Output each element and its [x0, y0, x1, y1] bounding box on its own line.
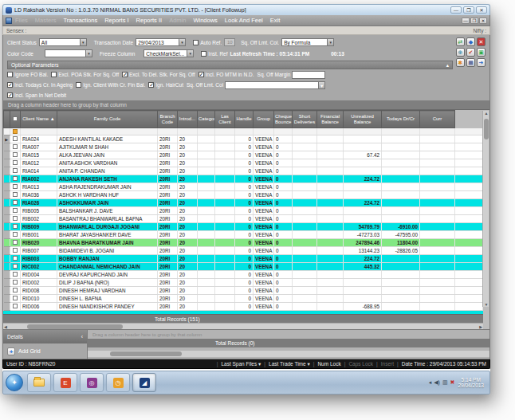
vertical-scrollbar[interactable]: ▲▼ — [482, 111, 489, 307]
table-row[interactable]: RIA026ASHOKKUMAR JAIN20RI200VEENA ...022… — [4, 199, 483, 207]
taskbar-app-outlook[interactable]: ◷ — [106, 373, 130, 392]
mdi-restore-button[interactable]: ❐ — [470, 18, 478, 24]
table-row[interactable]: RIA013ASHA RAJENDRAKUMAR JAIN20RI200VEEN… — [4, 183, 483, 191]
row-checkbox[interactable] — [13, 248, 18, 253]
column-header-Handle[interactable]: Handle — [235, 111, 254, 128]
column-header-Client Name[interactable]: Client Name ▲ — [21, 111, 57, 128]
layout-button[interactable]: ▦ — [466, 58, 475, 67]
restore-button[interactable]: ❐ — [463, 6, 474, 14]
network-icon[interactable]: ▥ — [442, 379, 448, 386]
statusbar-item-insert[interactable]: Insert — [381, 361, 394, 367]
menu-item-reports-ii[interactable]: Reports II — [136, 17, 163, 24]
row-checkbox[interactable] — [13, 304, 18, 308]
table-row[interactable]: RIA002ANJANA RAKESH SETH20RI200VEENA ...… — [4, 175, 483, 183]
column-header-Curr[interactable]: Curr — [420, 111, 455, 128]
table-row[interactable]: RIB001BHARAT JAYASHANKER DAVE20RI200VEEN… — [4, 231, 483, 239]
option-checkbox-incl-fo-mtm-in-n-d-[interactable]: Incl. FO MTM in N.D. — [199, 72, 254, 77]
column-header-Group[interactable]: Group — [254, 111, 274, 128]
sq-off-lmt-col-select-2[interactable]: Higher Rate With Benificiary First▾ — [225, 81, 325, 89]
table-row[interactable]: RIB005BALSHANKAR J. DAVE20RI200VEENA ...… — [4, 207, 483, 215]
row-checkbox[interactable] — [13, 264, 18, 269]
column-header-Las Client[interactable]: Las Client — [215, 111, 235, 128]
taskbar-clock[interactable]: 5:14 PM 29/04/2013 — [454, 377, 487, 389]
option-checkbox-ignore-fo-bal-[interactable]: Ignore FO Bal. — [7, 72, 48, 77]
column-header-Introd...[interactable]: Introd... — [178, 111, 198, 128]
option-checkbox-incl-span-in-net-debit[interactable]: Incl. Span In Net Debit — [7, 92, 66, 98]
table-row[interactable]: RIA015ALKA JEEVAN JAIN20RI200VEENA ...06… — [4, 151, 483, 159]
export-button[interactable]: ⊕ — [456, 48, 465, 57]
column-header-Category[interactable]: Category — [198, 111, 215, 128]
mdi-minimize-button[interactable]: — — [462, 18, 470, 24]
taskbar-app-app-purple[interactable]: ◎ — [80, 373, 104, 392]
colors-button[interactable]: ✱ — [456, 58, 465, 67]
auto-ref-checkbox[interactable]: Auto Ref. — [193, 40, 222, 45]
menu-item-look-and-feel[interactable]: Look And Feel — [225, 17, 263, 24]
table-row[interactable]: RIB009BHANWARLAL DURGAJI JOGANI20RI200VE… — [4, 223, 483, 231]
column-header-Financial Balance[interactable]: Financial Balance — [317, 111, 344, 128]
row-checkbox[interactable] — [13, 280, 18, 285]
table-row[interactable]: RIB007BIDAMIDEVI B. JOGANI20RI200VEENA .… — [4, 247, 483, 255]
taskbar-app-explorer[interactable] — [27, 373, 51, 392]
sq-off-lmt-col-select[interactable]: By Formula▾ — [281, 38, 334, 46]
statusbar-item-num-lock[interactable]: Num Lock — [317, 361, 340, 367]
exit-grid-button[interactable]: ➜ — [477, 58, 486, 67]
row-checkbox[interactable] — [13, 240, 18, 245]
apply-button[interactable]: ✔ — [466, 48, 475, 57]
row-checkbox[interactable] — [13, 176, 18, 181]
option-checkbox-excl-poa-stk-for-sq-off[interactable]: Excl. POA Stk. For Sq. Off — [51, 72, 119, 77]
stop-button[interactable]: ▣ — [477, 48, 486, 57]
details-group-by-bar[interactable]: Drag a column header here to group by th… — [88, 330, 489, 339]
table-row[interactable]: RIA036ASHOK H VARDHAN HUF20RI200VEENA ..… — [4, 191, 483, 199]
row-checkbox[interactable] — [13, 160, 18, 165]
start-button[interactable]: ✦ — [6, 374, 23, 391]
row-checkbox[interactable] — [13, 168, 18, 173]
option-checkbox-excl-to-del-stk-for-sq-off[interactable]: Excl. To Del. Stk. For Sq. Off — [122, 72, 195, 77]
details-scrollbar[interactable] — [88, 351, 489, 357]
inst-ref-checkbox[interactable]: Inst. Ref — [201, 51, 227, 57]
row-checkbox[interactable] — [13, 136, 18, 141]
table-row[interactable]: RIB002BASANTRAJ BHANWARLAL BAFNA20RI200V… — [4, 215, 483, 223]
menu-item-reports-i[interactable]: Reports I — [104, 17, 128, 24]
add-grid-button[interactable]: + Add Grid — [3, 343, 87, 359]
power-button[interactable]: ✕ — [477, 37, 486, 46]
row-checkbox[interactable] — [13, 272, 18, 277]
column-header-Client Code[interactable] — [10, 111, 21, 128]
close-button[interactable]: ✕ — [476, 6, 487, 14]
table-row[interactable]: RIA014ANITA P. CHANDAN20RI200VEENA ...0 — [4, 167, 483, 175]
menu-item-exit[interactable]: Exit — [270, 17, 281, 24]
table-row[interactable]: ▶RIA024ADESH KANTILAL KAKADE20RI200VEENA… — [4, 135, 483, 143]
column-header-Short Deliveries[interactable]: Short Deliveries — [293, 111, 317, 128]
select-all-checkbox[interactable] — [13, 116, 18, 121]
horizontal-scrollbar[interactable]: ◀▶ — [3, 323, 483, 329]
statusbar-item-last-span-files-[interactable]: Last Span Files ▾ — [221, 361, 261, 367]
table-row[interactable]: RID004DEVRAJ KAPURCHAND JAIN20RI200VEENA… — [4, 271, 483, 279]
row-checkbox[interactable] — [13, 184, 18, 189]
option-checkbox-incl-todays-cr-in-ageing[interactable]: Incl. Todays Cr. In Ageing — [7, 82, 73, 88]
option-checkbox-ign-haircut[interactable]: Ign. HairCut — [148, 82, 183, 88]
table-row[interactable]: RID010DINESH L. BAFNA20RI200VEENA ...0 — [4, 295, 483, 303]
refresh-button[interactable]: ⇄ — [456, 37, 465, 46]
calc-button[interactable]: ◆ — [466, 37, 475, 46]
column-header-Todays Dr/Cr[interactable]: Todays Dr/Cr — [382, 111, 420, 128]
client-status-select[interactable]: All▾ — [39, 38, 87, 46]
row-checkbox[interactable] — [13, 256, 18, 261]
table-row[interactable]: RIA012ANITA ASHOK VARDHAN20RI200VEENA ..… — [4, 159, 483, 167]
table-row[interactable]: RID002DILIP J BAFNA (NRO)20RI200VEENA ..… — [4, 279, 483, 287]
row-checkbox[interactable] — [13, 216, 18, 221]
taskbar-app-ld-rakshak[interactable]: ◢ — [132, 373, 156, 392]
row-checkbox[interactable] — [13, 288, 18, 292]
column-header-Unrealized Balance[interactable]: Unrealized Balance — [344, 111, 382, 128]
freeze-column-select[interactable]: CheckMarkSel...▾ — [143, 49, 194, 57]
grid-filter-row[interactable] — [4, 128, 483, 135]
column-header-Branch Code[interactable]: Branch Code — [158, 111, 178, 128]
mdi-close-button[interactable]: ✕ — [479, 18, 487, 24]
table-row[interactable]: RID008DINESH HEMRAJ VARDHAN20RI200VEENA … — [4, 287, 483, 295]
row-checkbox[interactable] — [13, 232, 18, 237]
sq-off-margin-input[interactable]: 0 — [292, 71, 325, 79]
menu-item-windows[interactable]: Windows — [193, 17, 217, 24]
menu-item-transactions[interactable]: Transactions — [64, 17, 98, 24]
statusbar-item-last-trade-time-[interactable]: Last Trade Time ▾ — [269, 361, 310, 367]
volume-icon[interactable]: ◀) — [434, 379, 440, 386]
row-checkbox[interactable] — [13, 200, 18, 205]
column-header-Cheque Bounce[interactable]: Cheque Bounce — [274, 111, 293, 128]
